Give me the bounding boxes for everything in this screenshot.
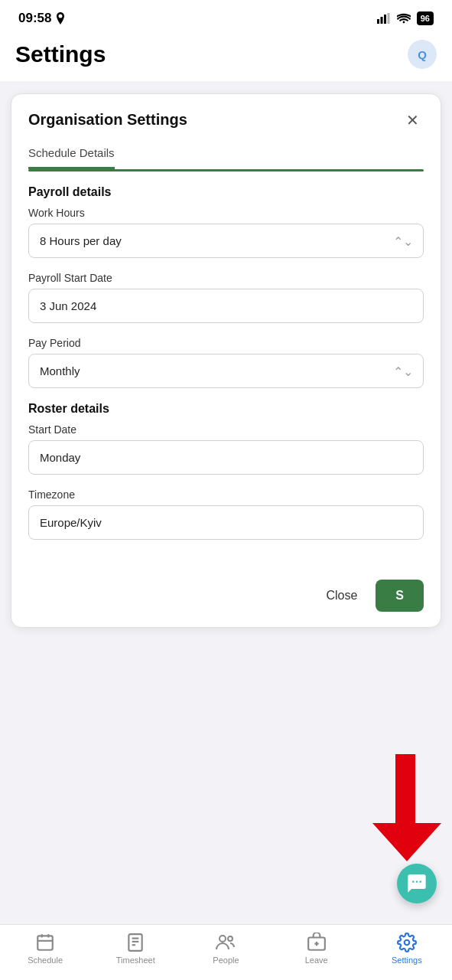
settings-nav-label: Settings (392, 956, 422, 965)
roster-section-title: Roster details (28, 402, 424, 416)
battery-indicator: 96 (417, 11, 434, 25)
svg-point-14 (219, 936, 226, 942)
nav-item-settings[interactable]: Settings (384, 933, 430, 965)
avatar-button[interactable]: Q (408, 40, 437, 69)
modal-area: Organisation Settings ✕ Schedule Details… (0, 81, 452, 640)
svg-rect-1 (380, 17, 382, 24)
close-button[interactable]: Close (318, 581, 365, 610)
svg-rect-6 (37, 936, 53, 949)
chat-fab-button[interactable] (397, 864, 437, 903)
status-icons: 96 (377, 11, 434, 25)
bottom-nav: Schedule Timesheet People Leave (0, 924, 452, 980)
payroll-section-title: Payroll details (28, 185, 424, 199)
roster-start-date-select[interactable]: Monday Sunday Saturday (28, 440, 424, 475)
svg-rect-0 (377, 19, 379, 24)
nav-item-leave[interactable]: Leave (294, 933, 340, 965)
nav-item-schedule[interactable]: Schedule (22, 933, 68, 965)
wifi-icon (397, 13, 411, 24)
svg-rect-2 (384, 15, 386, 24)
roster-start-date-field-group: Start Date Monday Sunday Saturday (28, 423, 424, 475)
payroll-section: Payroll details Work Hours 8 Hours per d… (28, 185, 424, 388)
timesheet-nav-label: Timesheet (116, 956, 155, 965)
roster-start-date-select-wrapper: Monday Sunday Saturday (28, 440, 424, 475)
schedule-nav-label: Schedule (28, 956, 63, 965)
page-title: Settings (15, 41, 106, 67)
signal-icon (377, 13, 391, 24)
modal-title: Organisation Settings (28, 111, 187, 129)
leave-icon (307, 933, 327, 952)
svg-rect-4 (395, 754, 415, 823)
work-hours-field-group: Work Hours 8 Hours per day 6 Hours per d… (28, 207, 424, 258)
work-hours-label: Work Hours (28, 207, 424, 219)
timesheet-icon (125, 933, 145, 952)
modal-tabs: Schedule Details (11, 140, 441, 169)
pay-period-field-group: Pay Period Monthly Weekly Fortnightly ⌃⌄ (28, 337, 424, 388)
nav-item-timesheet[interactable]: Timesheet (112, 933, 158, 965)
form-body: Payroll details Work Hours 8 Hours per d… (11, 172, 441, 569)
svg-point-19 (405, 940, 410, 946)
payroll-start-date-field-group: Payroll Start Date (28, 272, 424, 323)
tab-schedule-details[interactable]: Schedule Details (28, 140, 115, 169)
red-arrow-annotation (372, 754, 441, 861)
leave-nav-label: Leave (305, 956, 328, 965)
nav-item-people[interactable]: People (203, 933, 249, 965)
pay-period-label: Pay Period (28, 337, 424, 349)
people-nav-label: People (213, 956, 239, 965)
payroll-start-date-input[interactable] (28, 289, 424, 323)
page-header: Settings Q (0, 32, 452, 81)
status-bar: 09:58 96 (0, 0, 452, 32)
organisation-settings-modal: Organisation Settings ✕ Schedule Details… (11, 93, 441, 628)
location-icon (56, 12, 65, 24)
chat-icon (406, 873, 428, 894)
timezone-input[interactable] (28, 505, 424, 540)
svg-marker-5 (372, 823, 441, 861)
timezone-field-group: Timezone (28, 488, 424, 540)
svg-rect-3 (387, 13, 389, 24)
pay-period-select[interactable]: Monthly Weekly Fortnightly (28, 354, 424, 388)
work-hours-select[interactable]: 8 Hours per day 6 Hours per day 10 Hours… (28, 224, 424, 258)
timezone-label: Timezone (28, 488, 424, 501)
settings-icon (397, 933, 417, 952)
modal-close-button[interactable]: ✕ (402, 111, 424, 129)
people-icon (215, 933, 236, 952)
modal-header: Organisation Settings ✕ (11, 94, 441, 140)
pay-period-select-wrapper: Monthly Weekly Fortnightly ⌃⌄ (28, 354, 424, 388)
save-button[interactable]: S (376, 580, 424, 612)
work-hours-select-wrapper: 8 Hours per day 6 Hours per day 10 Hours… (28, 224, 424, 258)
status-time: 09:58 (18, 11, 51, 26)
svg-point-15 (228, 936, 233, 941)
modal-footer: Close S (11, 569, 441, 627)
roster-start-date-label: Start Date (28, 423, 424, 436)
schedule-icon (35, 933, 55, 952)
roster-section: Roster details Start Date Monday Sunday … (28, 402, 424, 540)
payroll-start-date-label: Payroll Start Date (28, 272, 424, 284)
